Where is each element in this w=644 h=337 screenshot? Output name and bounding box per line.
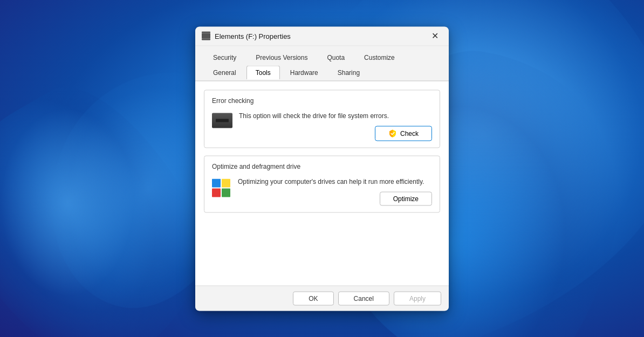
- title-bar-icon: [202, 33, 210, 39]
- optimize-section: Optimize and defragment drive Optimizing…: [204, 155, 440, 212]
- optimize-description: Optimizing your computer's drives can he…: [238, 176, 432, 186]
- tab-previous-versions[interactable]: Previous Versions: [246, 50, 317, 64]
- check-icon: [388, 129, 397, 137]
- tab-tools[interactable]: Tools: [246, 65, 280, 79]
- error-checking-btn-row: Check: [239, 126, 432, 141]
- title-bar: Elements (F:) Properties ✕: [195, 26, 449, 46]
- error-checking-inner: This option will check the drive for fil…: [212, 111, 432, 141]
- optimize-icon: [212, 178, 231, 198]
- optimize-inner: Optimizing your computer's drives can he…: [212, 176, 432, 205]
- tab-security[interactable]: Security: [204, 50, 245, 64]
- check-button[interactable]: Check: [375, 126, 432, 141]
- swirl-decoration-5: [0, 108, 135, 297]
- ok-button[interactable]: OK: [293, 291, 333, 305]
- tab-general[interactable]: General: [204, 65, 245, 79]
- apply-button[interactable]: Apply: [394, 291, 441, 305]
- tabs-row-1: Security Previous Versions Quota Customi…: [204, 50, 440, 64]
- svg-rect-2: [212, 178, 221, 187]
- svg-rect-3: [222, 178, 230, 187]
- tab-quota[interactable]: Quota: [318, 50, 354, 64]
- optimize-btn-row: Optimize: [238, 191, 432, 205]
- error-checking-section: Error checking This option will check th…: [204, 90, 440, 148]
- close-button[interactable]: ✕: [427, 29, 442, 44]
- optimize-title: Optimize and defragment drive: [212, 162, 432, 170]
- tab-customize[interactable]: Customize: [355, 50, 404, 64]
- cancel-button[interactable]: Cancel: [338, 291, 389, 305]
- tab-sharing[interactable]: Sharing: [328, 65, 369, 79]
- tab-content: Error checking This option will check th…: [195, 80, 449, 285]
- dialog-title: Elements (F:) Properties: [215, 32, 427, 40]
- tabs-row-2: General Tools Hardware Sharing: [204, 65, 440, 79]
- tabs-area: Security Previous Versions Quota Customi…: [195, 46, 449, 79]
- properties-dialog: Elements (F:) Properties ✕ Security Prev…: [195, 26, 449, 311]
- dialog-footer: OK Cancel Apply: [195, 285, 449, 311]
- optimize-button[interactable]: Optimize: [380, 191, 432, 205]
- drive-icon: [212, 113, 232, 128]
- optimize-content: Optimizing your computer's drives can he…: [238, 176, 432, 205]
- error-checking-description: This option will check the drive for fil…: [239, 111, 432, 120]
- svg-rect-1: [222, 188, 230, 197]
- optimize-button-label: Optimize: [393, 195, 419, 202]
- tab-hardware[interactable]: Hardware: [281, 65, 327, 79]
- error-checking-content: This option will check the drive for fil…: [239, 111, 432, 141]
- svg-rect-0: [212, 188, 221, 197]
- error-checking-title: Error checking: [212, 97, 432, 104]
- check-button-label: Check: [400, 129, 419, 137]
